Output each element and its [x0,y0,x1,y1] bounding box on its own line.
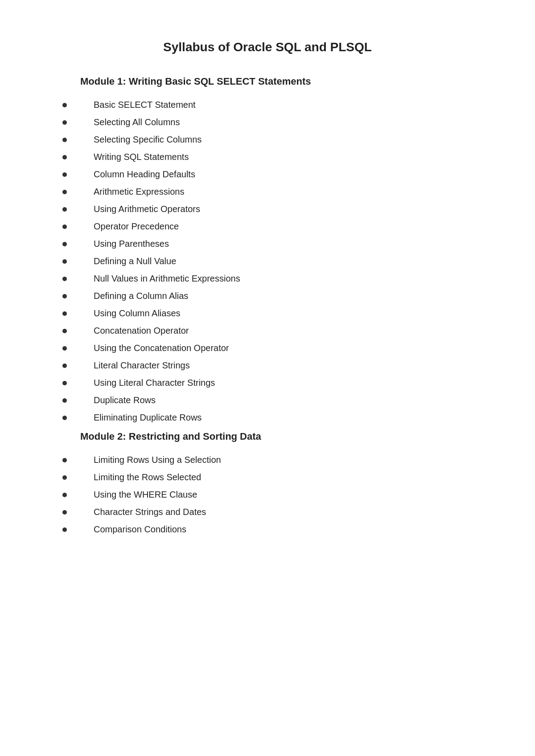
bullet-icon [62,155,67,159]
module1-heading: Module 1: Writing Basic SQL SELECT State… [45,76,490,87]
list-item: Writing SQL Statements [45,148,490,166]
bullet-icon [62,416,67,420]
module2-list: Limiting Rows Using a SelectionLimiting … [45,451,490,538]
list-item-label: Arithmetic Expressions [94,187,184,197]
list-item: Using the WHERE Clause [45,486,490,503]
list-item-label: Character Strings and Dates [94,507,206,517]
list-item-label: Selecting Specific Columns [94,135,202,145]
bullet-icon [62,277,67,281]
list-item: Concatenation Operator [45,322,490,339]
bullet-icon [62,493,67,497]
list-item-label: Null Values in Arithmetic Expressions [94,274,240,284]
list-item: Using the Concatenation Operator [45,339,490,357]
list-item-label: Using Arithmetic Operators [94,204,200,214]
list-item: Defining a Null Value [45,253,490,270]
list-item-label: Using Literal Character Strings [94,378,215,388]
bullet-icon [62,103,67,107]
list-item: Eliminating Duplicate Rows [45,409,490,426]
list-item-label: Basic SELECT Statement [94,100,196,110]
list-item: Defining a Column Alias [45,287,490,305]
list-item: Selecting Specific Columns [45,131,490,148]
list-item-label: Using Column Aliases [94,308,181,319]
list-item: Basic SELECT Statement [45,96,490,114]
module1-list: Basic SELECT StatementSelecting All Colu… [45,96,490,426]
list-item-label: Using the WHERE Clause [94,490,197,500]
bullet-icon [62,242,67,246]
list-item-label: Eliminating Duplicate Rows [94,413,202,423]
list-item-label: Literal Character Strings [94,360,190,371]
bullet-icon [62,346,67,351]
bullet-icon [62,294,67,298]
bullet-icon [62,381,67,385]
list-item: Using Literal Character Strings [45,374,490,392]
list-item: Operator Precedence [45,218,490,235]
list-item: Duplicate Rows [45,392,490,409]
list-item: Arithmetic Expressions [45,183,490,200]
list-item: Null Values in Arithmetic Expressions [45,270,490,287]
list-item-label: Limiting the Rows Selected [94,472,201,482]
list-item: Using Parentheses [45,235,490,253]
list-item-label: Using Parentheses [94,239,169,249]
list-item: Using Arithmetic Operators [45,200,490,218]
list-item: Column Heading Defaults [45,166,490,183]
list-item: Limiting Rows Using a Selection [45,451,490,469]
list-item: Using Column Aliases [45,305,490,322]
bullet-icon [62,225,67,229]
list-item-label: Writing SQL Statements [94,152,189,162]
list-item-label: Operator Precedence [94,221,179,232]
list-item-label: Defining a Null Value [94,256,176,266]
bullet-icon [62,120,67,125]
bullet-icon [62,458,67,462]
bullet-icon [62,510,67,515]
bullet-icon [62,364,67,368]
bullet-icon [62,527,67,532]
list-item-label: Duplicate Rows [94,395,156,405]
bullet-icon [62,311,67,316]
bullet-icon [62,398,67,403]
bullet-icon [62,138,67,142]
list-item: Comparison Conditions [45,521,490,538]
list-item-label: Defining a Column Alias [94,291,188,301]
bullet-icon [62,475,67,480]
list-item-label: Limiting Rows Using a Selection [94,455,221,465]
list-item: Selecting All Columns [45,114,490,131]
list-item: Literal Character Strings [45,357,490,374]
list-item-label: Selecting All Columns [94,117,180,127]
list-item-label: Column Heading Defaults [94,169,195,180]
list-item-label: Concatenation Operator [94,326,189,336]
page-title: Syllabus of Oracle SQL and PLSQL [45,40,490,54]
bullet-icon [62,259,67,264]
bullet-icon [62,329,67,333]
module2-heading: Module 2: Restricting and Sorting Data [45,431,490,442]
bullet-icon [62,190,67,194]
bullet-icon [62,207,67,212]
bullet-icon [62,172,67,177]
list-item-label: Using the Concatenation Operator [94,343,229,353]
list-item: Character Strings and Dates [45,503,490,521]
list-item-label: Comparison Conditions [94,524,186,535]
list-item: Limiting the Rows Selected [45,469,490,486]
